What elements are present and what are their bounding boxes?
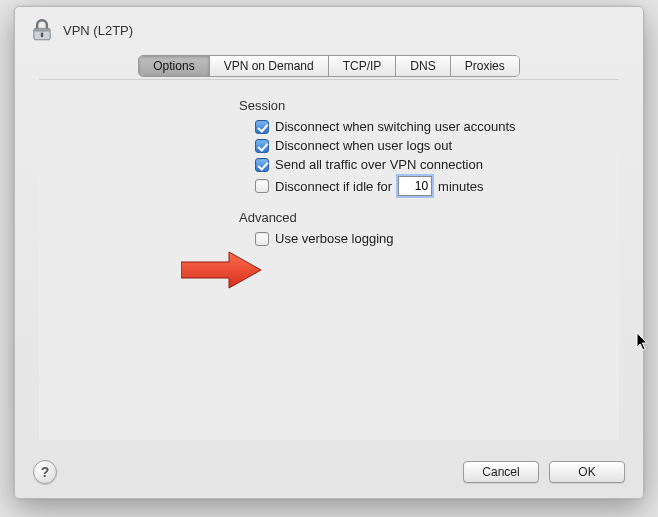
options-panel: Session Disconnect when switching user a… — [39, 79, 619, 440]
advanced-group: Advanced Use verbose logging — [239, 210, 619, 246]
tab-dns[interactable]: DNS — [396, 56, 450, 76]
highlight-arrow-icon — [181, 250, 263, 290]
tab-bar: Options VPN on Demand TCP/IP DNS Proxies — [15, 55, 643, 77]
tab-proxies[interactable]: Proxies — [451, 56, 519, 76]
lock-icon — [29, 17, 55, 43]
send-all-traffic-checkbox[interactable] — [255, 158, 269, 172]
checkbox-label-suffix: minutes — [438, 179, 484, 194]
svg-rect-2 — [41, 32, 43, 37]
checkbox-label: Disconnect when user logs out — [275, 138, 452, 153]
disconnect-idle-row[interactable]: Disconnect if idle for minutes — [255, 176, 619, 196]
checkbox-label: Send all traffic over VPN connection — [275, 157, 483, 172]
help-button[interactable]: ? — [33, 460, 57, 484]
advanced-heading: Advanced — [239, 210, 619, 225]
session-heading: Session — [239, 98, 619, 113]
sheet-footer: ? Cancel OK — [15, 446, 643, 498]
send-all-traffic-row[interactable]: Send all traffic over VPN connection — [255, 157, 619, 172]
ok-button[interactable]: OK — [549, 461, 625, 483]
disconnect-idle-checkbox[interactable] — [255, 179, 269, 193]
tab-ondemand[interactable]: VPN on Demand — [210, 56, 329, 76]
disconnect-logout-row[interactable]: Disconnect when user logs out — [255, 138, 619, 153]
disconnect-switching-users-checkbox[interactable] — [255, 120, 269, 134]
verbose-logging-checkbox[interactable] — [255, 232, 269, 246]
tab-options[interactable]: Options — [139, 56, 209, 76]
session-group: Session Disconnect when switching user a… — [239, 98, 619, 196]
checkbox-label: Use verbose logging — [275, 231, 394, 246]
idle-minutes-input[interactable] — [398, 176, 432, 196]
sheet-titlebar: VPN (L2TP) — [15, 7, 643, 49]
verbose-logging-row[interactable]: Use verbose logging — [255, 231, 619, 246]
sheet-title: VPN (L2TP) — [63, 23, 133, 38]
disconnect-logout-checkbox[interactable] — [255, 139, 269, 153]
svg-rect-1 — [34, 28, 50, 31]
checkbox-label: Disconnect if idle for — [275, 179, 392, 194]
checkbox-label: Disconnect when switching user accounts — [275, 119, 516, 134]
disconnect-switching-users-row[interactable]: Disconnect when switching user accounts — [255, 119, 619, 134]
cancel-button[interactable]: Cancel — [463, 461, 539, 483]
svg-marker-3 — [181, 252, 261, 288]
vpn-options-sheet: VPN (L2TP) Options VPN on Demand TCP/IP … — [14, 6, 644, 499]
tab-tcpip[interactable]: TCP/IP — [329, 56, 397, 76]
